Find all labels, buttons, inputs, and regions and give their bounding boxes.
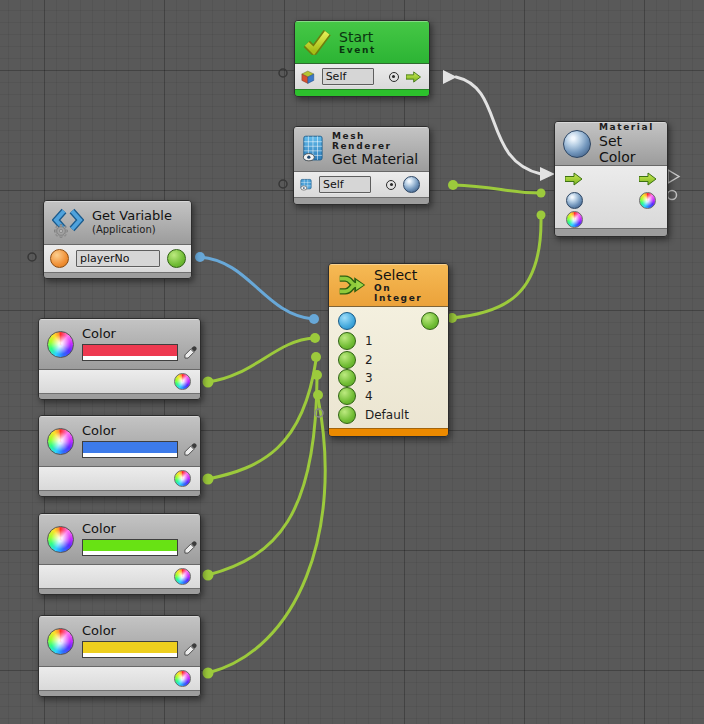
wire-color1-to-select1[interactable] (208, 338, 314, 382)
material-sphere-icon (563, 130, 591, 158)
node-set-color[interactable]: Material Set Color (554, 121, 668, 237)
node-footer (39, 393, 200, 399)
flow-output-arrow-icon[interactable] (406, 70, 421, 84)
target-gameobject-icon[interactable] (389, 72, 399, 82)
node-header: Color (39, 616, 200, 667)
flow-output-arrow-icon[interactable] (639, 172, 657, 186)
wire-dot (195, 252, 205, 262)
color-wheel-icon (47, 331, 74, 358)
color-swatch[interactable] (82, 641, 178, 658)
gameobject-cube-icon (301, 69, 315, 85)
variable-scope: (Application) (92, 224, 172, 236)
unconnected-output-marker[interactable] (668, 191, 677, 200)
node-footer (294, 197, 429, 204)
node-title: Color (82, 327, 197, 342)
node-body: 1 2 3 4 Default (329, 307, 448, 428)
variable-value-output-port[interactable] (167, 249, 186, 268)
start-target-input[interactable] (322, 68, 374, 85)
eyedropper-icon[interactable] (184, 643, 197, 656)
color-output-port[interactable] (174, 568, 191, 585)
select-branch-icon (337, 272, 366, 298)
node-start-event[interactable]: Start Event (294, 20, 430, 97)
wire-dot (448, 180, 458, 190)
wire-dot (309, 314, 319, 324)
node-footer (295, 89, 429, 96)
branch-label: 1 (365, 334, 373, 348)
selector-input-port[interactable] (338, 312, 356, 330)
mesh-renderer-mini-icon (300, 178, 312, 192)
color-output-port[interactable] (174, 470, 191, 487)
unconnected-input-marker[interactable] (279, 180, 287, 188)
node-get-material[interactable]: Mesh Renderer Get Material (293, 126, 430, 205)
color-swatch[interactable] (82, 441, 178, 458)
node-footer (39, 490, 200, 496)
color-input-port[interactable] (566, 211, 583, 228)
node-color-literal-4[interactable]: Color (38, 615, 201, 697)
variable-name-port[interactable] (50, 249, 69, 268)
wire-getmaterial-to-setcolor[interactable] (453, 185, 540, 193)
node-footer (39, 690, 200, 696)
wire-dot (203, 668, 214, 679)
eyedropper-icon[interactable] (184, 541, 197, 554)
color-output-port[interactable] (174, 373, 191, 390)
branch-default-port[interactable] (338, 406, 356, 424)
branch-label: 4 (365, 389, 373, 403)
eyedropper-icon[interactable] (184, 346, 197, 359)
color-wheel-icon (47, 628, 74, 655)
wire-dot (537, 189, 546, 198)
node-title: Set Color (599, 133, 659, 165)
node-body (294, 172, 429, 197)
color-wheel-icon (47, 428, 74, 455)
node-subtitle: Event (339, 45, 376, 55)
material-output-port[interactable] (403, 176, 420, 193)
getmaterial-target-input[interactable] (319, 176, 371, 193)
wire-dot (310, 333, 320, 343)
wire-dot (203, 474, 214, 485)
wire-dot (311, 352, 321, 362)
wire-dot (313, 390, 323, 400)
node-header: Get Variable (Application) (44, 201, 191, 245)
node-header: Material Set Color (555, 122, 667, 166)
node-color-literal-3[interactable]: Color (38, 513, 201, 595)
unconnected-input-marker[interactable] (279, 69, 287, 77)
eyedropper-icon[interactable] (184, 443, 197, 456)
node-body (555, 166, 667, 228)
unconnected-flow-output-marker[interactable] (668, 170, 679, 183)
node-header: Mesh Renderer Get Material (294, 127, 429, 172)
branch-2-port[interactable] (338, 351, 356, 369)
visual-scripting-graph[interactable]: Start Event (0, 0, 704, 724)
node-body (39, 565, 200, 588)
node-color-literal-1[interactable]: Color (38, 318, 201, 400)
node-get-variable[interactable]: Get Variable (Application) (43, 200, 192, 279)
color-output-port[interactable] (639, 192, 656, 209)
node-component: Material (599, 122, 659, 132)
target-renderer-icon[interactable] (386, 180, 396, 190)
node-footer (329, 428, 448, 436)
node-title: Color (82, 624, 197, 639)
node-header: Start Event (295, 21, 429, 64)
branch-1-port[interactable] (338, 332, 356, 350)
node-color-literal-2[interactable]: Color (38, 415, 201, 497)
branch-3-port[interactable] (338, 369, 356, 387)
node-title: Start (339, 29, 376, 45)
flow-input-arrow-icon[interactable] (565, 172, 583, 186)
color-swatch[interactable] (82, 344, 178, 361)
variable-name-input[interactable] (76, 250, 160, 267)
wire-getvariable-to-select[interactable] (200, 257, 313, 319)
wire-color4-to-select4[interactable] (208, 398, 325, 673)
color-output-port[interactable] (174, 670, 191, 687)
color-swatch[interactable] (82, 539, 178, 556)
node-footer (555, 228, 667, 236)
selection-output-port[interactable] (421, 312, 439, 330)
wire-dot (312, 370, 322, 380)
wire-select-to-setcolor[interactable] (452, 218, 541, 318)
node-select-on-integer[interactable]: Select On Integer 1 2 3 4 (328, 263, 449, 437)
node-title: Color (82, 424, 197, 439)
node-title: Color (82, 522, 197, 537)
branch-4-port[interactable] (338, 387, 356, 405)
material-input-port[interactable] (566, 192, 583, 209)
wire-dot (203, 377, 214, 388)
branch-label: 3 (365, 371, 373, 385)
unconnected-input-marker[interactable] (28, 253, 36, 261)
wire-start-to-setcolor[interactable] (456, 77, 541, 174)
